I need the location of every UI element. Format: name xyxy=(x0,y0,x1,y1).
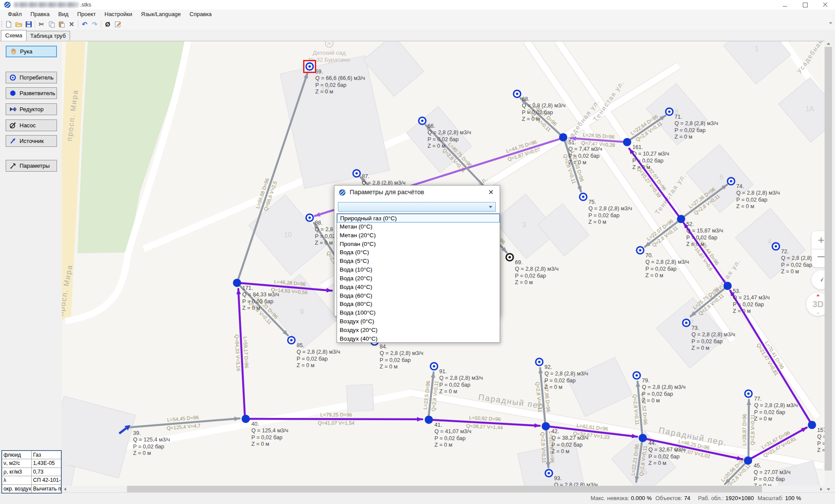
node-info-line: 66. xyxy=(428,123,435,129)
node-91[interactable]: 91.Q = 2,8 (2,8) м3/чP = 0,02 барZ = 0 м xyxy=(431,363,483,395)
fluid-option[interactable]: Вода (60°C) xyxy=(337,292,500,300)
menu-настройки[interactable]: Настройки xyxy=(100,10,137,18)
fluid-option[interactable]: Воздух (40°C) xyxy=(337,335,500,343)
node-info-line: Q = 125,4 м3/ч xyxy=(133,437,170,443)
map-horizontal-scrollbar[interactable] xyxy=(62,486,825,492)
menu-правка[interactable]: Правка xyxy=(26,10,54,18)
tool-label: Редуктор xyxy=(20,106,43,113)
new-button[interactable] xyxy=(3,20,13,29)
node-info-line: 88. xyxy=(315,220,323,226)
node-info-line: 59. xyxy=(315,69,323,75)
edit-button[interactable] xyxy=(113,20,123,29)
scroll-right-icon[interactable] xyxy=(820,487,822,491)
pipe[interactable]: L=79,25 D=96Q=41,07 V=1,54 xyxy=(247,412,422,425)
fluid-option[interactable]: Вода (80°C) xyxy=(337,300,500,308)
fluid-combobox[interactable] xyxy=(338,202,496,212)
node-info-line: Q = 2,8 (2,8) м3/ч xyxy=(522,103,565,109)
node-info-line: 71. xyxy=(675,114,682,120)
tool-params-button[interactable]: Параметры xyxy=(6,160,57,172)
map-zoom-in-button[interactable]: + xyxy=(812,231,825,249)
map-vertical-scrollbar[interactable] xyxy=(825,41,832,492)
node-85[interactable]: 85.Q = 2,8 (2,8) м3/чP = 0,02 барZ = 0 м xyxy=(288,337,340,368)
minimize-button[interactable] xyxy=(775,0,795,10)
tab-pipe-table[interactable]: Таблица труб xyxy=(26,31,70,40)
dialog-title: Параметры для расчётов xyxy=(350,189,424,196)
map-canvas[interactable]: просп. Мирапросп. МираУсадебная ул.Усаде… xyxy=(62,41,825,486)
undo-button[interactable]: ↶ xyxy=(80,20,90,29)
menu-справка[interactable]: Справка xyxy=(185,10,216,18)
node-info-line: Z = 0 м xyxy=(315,89,333,95)
fluid-param-value: 1,43E-05 xyxy=(32,459,61,467)
node-68[interactable]: 68.Q = 2,8 (2,8) м3/чP = 0,02 барZ = 0 м xyxy=(514,90,565,122)
copy-button[interactable] xyxy=(47,20,57,29)
window-title-redacted xyxy=(14,2,78,7)
menu-языкlanguage[interactable]: Язык/Language xyxy=(137,10,185,18)
fluid-table-row: флюидГаз xyxy=(2,451,61,459)
node-161[interactable]: 161.Q = 10,27 м3/чP = 0,02 барZ = 0 м xyxy=(623,138,669,170)
tool-label: Источник xyxy=(20,138,44,144)
toolbar-separator xyxy=(78,20,78,28)
tool-pump-button[interactable]: Насос xyxy=(6,119,57,131)
scroll-down-icon[interactable] xyxy=(827,488,830,491)
maximize-button[interactable] xyxy=(795,0,815,10)
consumer-icon xyxy=(8,74,17,82)
node-157[interactable]: 157.Q = 21,47 м3/чP = 0,02 барZ = 0 м xyxy=(808,421,825,453)
cut-button[interactable]: ✂ xyxy=(37,20,47,29)
dialog-close-icon[interactable]: ✕ xyxy=(486,188,496,197)
fluid-option[interactable]: Метан (0°C) xyxy=(337,222,500,231)
node-info-line: 73. xyxy=(691,325,699,331)
fluid-option[interactable]: Вода (40°C) xyxy=(337,283,500,292)
open-button[interactable] xyxy=(13,20,23,29)
node-info-line: 44. xyxy=(648,440,656,446)
tab-scheme[interactable]: Схема xyxy=(1,30,27,41)
node-69[interactable]: 69.Q = 2,8 (2,8) м3/чP = 0,02 барZ = 0 м xyxy=(506,254,558,285)
node-info-line: Q = 2,8 (2,8) м3/ч xyxy=(428,129,471,136)
horizontal-scroll-thumb[interactable] xyxy=(127,486,762,492)
node-75[interactable]: 75.Q = 2,8 (2,8) м3/чP = 0,02 барZ = 0 м xyxy=(580,193,632,225)
redo-button[interactable]: ↷ xyxy=(90,20,100,29)
splitter-node-icon xyxy=(233,279,241,287)
scroll-up-icon[interactable] xyxy=(827,43,830,45)
compass-icon xyxy=(817,275,825,284)
node-70[interactable]: 70.Q = 2,8 (2,8) м3/чP = 0,02 барZ = 0 м xyxy=(637,247,689,279)
node-info-line: Q = 2,8 (2,8) м3/ч xyxy=(691,332,735,338)
node-info-line: P = 0,02 бар xyxy=(439,382,470,388)
vertical-scroll-thumb[interactable] xyxy=(825,47,832,471)
menu-проект[interactable]: Проект xyxy=(73,10,100,18)
fluid-option[interactable]: Природный газ (0°C) xyxy=(337,214,500,222)
node-info-line: 40. xyxy=(251,421,259,427)
fluid-option[interactable]: Вода (5°C) xyxy=(337,257,500,265)
node-52[interactable]: 52.Q = 15,87 м3/чP = 0,02 барZ = 0 м xyxy=(677,215,723,247)
fluid-option[interactable]: Вода (0°C) xyxy=(337,248,500,257)
pump-toggle-button[interactable]: Ø xyxy=(103,20,113,29)
fluid-option[interactable]: Пропан (0°C) xyxy=(337,240,500,249)
fluid-option[interactable]: Метан (20°C) xyxy=(337,231,500,240)
tool-source-button[interactable]: Источник xyxy=(6,135,57,147)
delete-button[interactable]: ✕ xyxy=(67,20,77,29)
paste-button[interactable] xyxy=(57,20,67,29)
scroll-left-icon[interactable] xyxy=(64,487,66,491)
fluid-option[interactable]: Воздух (0°C) xyxy=(337,317,500,326)
fluid-option[interactable]: Воздух (20°C) xyxy=(337,326,500,335)
fluid-option[interactable]: Вода (100°C) xyxy=(337,308,500,317)
node-info-line: Q = 2,8 (2,8) м3/ч xyxy=(544,371,588,377)
node-info-line: P = 0,02 бар xyxy=(675,127,705,133)
tool-hand-button[interactable]: Рука xyxy=(6,46,57,57)
close-button[interactable] xyxy=(815,0,835,10)
pipe[interactable]: L=50,82 D=96Q=38,27 V=1,44 xyxy=(430,415,540,431)
menu-вид[interactable]: Вид xyxy=(54,10,73,18)
menu-файл[interactable]: Файл xyxy=(3,10,26,18)
node-info-line: P = 0,02 бар xyxy=(251,434,282,441)
fluid-option[interactable]: Вода (10°C) xyxy=(337,265,500,274)
pipe[interactable]: L=23,5 D=96Q=2,8 V=0,11 xyxy=(422,372,439,419)
tool-splitter-button[interactable]: Разветвитель xyxy=(6,87,57,99)
map-zoom-out-button[interactable]: – xyxy=(812,249,825,267)
node-info-line: Z = 0 м xyxy=(568,159,586,166)
dialog-title-bar[interactable]: Параметры для расчётов ✕ xyxy=(334,186,500,199)
save-button[interactable] xyxy=(23,20,33,29)
tool-reducer-button[interactable]: Редуктор xyxy=(6,103,57,115)
toolbar-overflow-icon[interactable] xyxy=(829,22,832,24)
app-icon xyxy=(4,1,11,8)
fluid-option[interactable]: Вода (20°C) xyxy=(337,274,500,283)
tool-consumer-button[interactable]: Потребитель xyxy=(6,72,57,83)
